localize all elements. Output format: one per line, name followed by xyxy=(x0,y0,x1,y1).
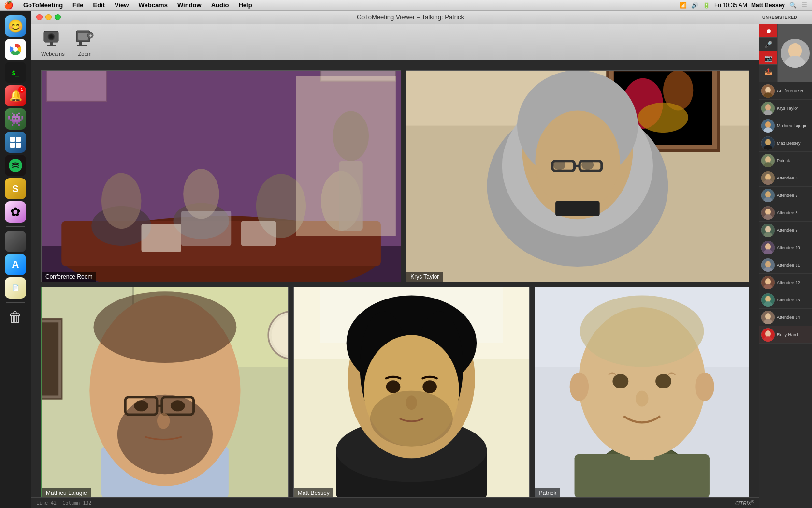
participant-name: Attendee 9 xyxy=(777,228,810,233)
menu-audio[interactable]: Audio xyxy=(209,1,231,9)
svg-point-26 xyxy=(102,173,142,229)
conference-room-cell[interactable]: Conference Room xyxy=(41,70,401,282)
webcams-button[interactable]: Webcams xyxy=(41,28,65,57)
unregistered-badge: UNREGISTERED xyxy=(762,15,797,20)
participant-avatar xyxy=(761,136,775,150)
search-icon[interactable]: 🔍 xyxy=(789,1,797,9)
menu-view[interactable]: View xyxy=(113,1,130,9)
dock-notes[interactable]: 📄 xyxy=(5,277,26,299)
conference-room-label: Conference Room xyxy=(42,272,96,282)
svg-point-101 xyxy=(636,390,648,406)
svg-point-53 xyxy=(553,160,566,170)
dock-trash[interactable]: 🗑 xyxy=(5,307,26,328)
apple-menu-icon[interactable]: 🍎 xyxy=(4,0,14,10)
list-item[interactable]: Matt Bessey xyxy=(759,134,812,152)
dock-finder[interactable]: 😊 xyxy=(5,15,26,37)
svg-point-126 xyxy=(765,191,771,198)
app-name[interactable]: GoToMeeting xyxy=(21,1,65,9)
participant-name: Conference Room xyxy=(777,89,810,93)
minimize-button[interactable] xyxy=(45,14,52,20)
svg-point-123 xyxy=(765,174,771,180)
participant-name: Krys Taylor xyxy=(777,106,810,111)
webcams-icon xyxy=(42,28,63,49)
list-item[interactable]: Attendee 6 xyxy=(759,169,812,187)
list-item[interactable]: Attendee 13 xyxy=(759,291,812,309)
menu-window[interactable]: Window xyxy=(175,1,203,9)
main-avatar-area xyxy=(778,24,812,82)
dock-growl[interactable]: 👾 xyxy=(5,108,26,130)
dock-flower[interactable]: ✿ xyxy=(5,201,26,223)
participant-name: Attendee 13 xyxy=(777,298,810,302)
zoom-button[interactable]: + Zoom xyxy=(74,28,96,57)
battery-icon: 🔋 xyxy=(703,1,710,9)
participant-avatar xyxy=(761,119,775,133)
list-item[interactable]: Mathieu Lajugie xyxy=(759,117,812,134)
svg-rect-55 xyxy=(555,201,600,216)
ruby-haml-item[interactable]: Ruby Haml xyxy=(759,326,812,344)
list-item[interactable]: Attendee 11 xyxy=(759,256,812,274)
dock-app-store[interactable]: A xyxy=(5,254,26,275)
list-item[interactable]: Attendee 14 xyxy=(759,309,812,326)
status-left: Line 42, Column 132 xyxy=(36,500,91,506)
menu-file[interactable]: File xyxy=(71,1,85,9)
menubar-user[interactable]: Matt Bessey xyxy=(751,2,785,9)
list-item[interactable]: Krys Taylor xyxy=(759,100,812,117)
svg-point-150 xyxy=(765,330,771,337)
dock-spotify[interactable] xyxy=(5,155,26,176)
participant-name: Attendee 11 xyxy=(777,263,810,268)
svg-point-117 xyxy=(765,139,771,146)
list-item[interactable]: Attendee 8 xyxy=(759,204,812,222)
menu-icon[interactable]: ☰ xyxy=(800,1,808,9)
dock-terminal[interactable]: $_ xyxy=(5,62,26,83)
dock-grid[interactable] xyxy=(5,132,26,153)
menu-webcams[interactable]: Webcams xyxy=(136,1,169,9)
ruby-haml-name: Ruby Haml xyxy=(777,332,810,337)
rp-controls: ⏺ 🎤 📷 📤 xyxy=(759,24,778,82)
patrick-cell[interactable]: Patrick xyxy=(535,287,749,499)
mathieu-cell[interactable]: Mathieu Lajugie xyxy=(41,287,289,499)
menubar: 🍎 GoToMeeting File Edit View Webcams Win… xyxy=(0,0,812,11)
maximize-button[interactable] xyxy=(55,14,61,20)
participant-avatar xyxy=(761,241,775,254)
list-item[interactable]: Attendee 12 xyxy=(759,274,812,291)
list-item[interactable]: Patrick xyxy=(759,152,812,169)
participant-avatar xyxy=(761,276,775,289)
toolbar: Webcams + Zoom xyxy=(31,24,759,60)
close-button[interactable] xyxy=(36,14,43,20)
participant-avatar xyxy=(761,206,775,220)
list-item[interactable]: Attendee 10 xyxy=(759,239,812,256)
krys-taylor-cell[interactable]: Krys Taylor xyxy=(406,70,749,282)
rp-cam-button[interactable]: 📷 xyxy=(759,51,777,65)
menu-help[interactable]: Help xyxy=(236,1,254,9)
svg-rect-95 xyxy=(574,454,709,498)
volume-icon[interactable]: 🔊 xyxy=(691,1,699,9)
dock: 😊 $_ 🔔 1 👾 S ✿ A 📄 🗑 xyxy=(0,11,31,508)
rp-record-button[interactable]: ⏺ xyxy=(759,24,777,38)
list-item[interactable]: Attendee 9 xyxy=(759,222,812,239)
svg-point-144 xyxy=(765,296,771,302)
status-bar: Line 42, Column 132 CITRIX® xyxy=(31,497,759,508)
status-citrix: CITRIX® xyxy=(735,499,754,506)
participant-name: Attendee 7 xyxy=(777,193,810,198)
dock-scrivener[interactable]: S xyxy=(5,178,26,199)
menubar-clock: Fri 10:35 AM xyxy=(714,2,747,9)
zoom-icon: + xyxy=(74,28,96,49)
svg-point-88 xyxy=(386,380,401,393)
list-item[interactable]: Attendee 7 xyxy=(759,187,812,204)
rp-share-button[interactable]: 📤 xyxy=(759,65,777,78)
menu-edit[interactable]: Edit xyxy=(91,1,107,9)
rp-mic-button[interactable]: 🎤 xyxy=(759,38,777,51)
zoom-label: Zoom xyxy=(78,51,92,57)
matt-cell[interactable]: ⏸ ✕ xyxy=(293,287,530,499)
dock-mixer[interactable] xyxy=(5,231,26,252)
dock-notification[interactable]: 🔔 1 xyxy=(5,85,26,106)
list-item[interactable]: Conference Room xyxy=(759,82,812,100)
participant-name: Attendee 14 xyxy=(777,315,810,320)
svg-point-75 xyxy=(171,400,185,411)
svg-rect-32 xyxy=(241,221,276,246)
participant-name: Patrick xyxy=(777,158,810,163)
svg-point-74 xyxy=(134,400,148,411)
svg-rect-5 xyxy=(16,143,21,148)
dock-chrome[interactable] xyxy=(5,39,26,60)
matt-label: Matt Bessey xyxy=(294,488,334,498)
